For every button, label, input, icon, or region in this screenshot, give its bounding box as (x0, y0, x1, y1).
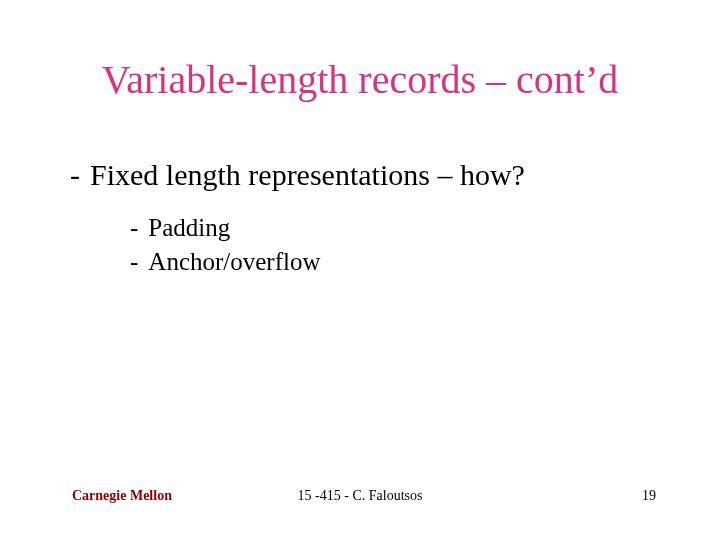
bullet-level2: -Padding (130, 214, 230, 242)
bullet-text: Fixed length representations – how? (90, 158, 525, 191)
bullet-level2: -Anchor/overflow (130, 248, 321, 276)
footer-course: 15 -415 - C. Faloutsos (0, 488, 720, 504)
slide-title: Variable-length records – cont’d (0, 56, 720, 103)
bullet-level1: -Fixed length representations – how? (70, 158, 525, 192)
bullet-dash: - (130, 214, 138, 242)
slide: Variable-length records – cont’d -Fixed … (0, 0, 720, 540)
bullet-dash: - (70, 158, 80, 192)
bullet-text: Anchor/overflow (148, 248, 320, 275)
bullet-text: Padding (148, 214, 230, 241)
footer-page-number: 19 (642, 488, 656, 504)
bullet-dash: - (130, 248, 138, 276)
